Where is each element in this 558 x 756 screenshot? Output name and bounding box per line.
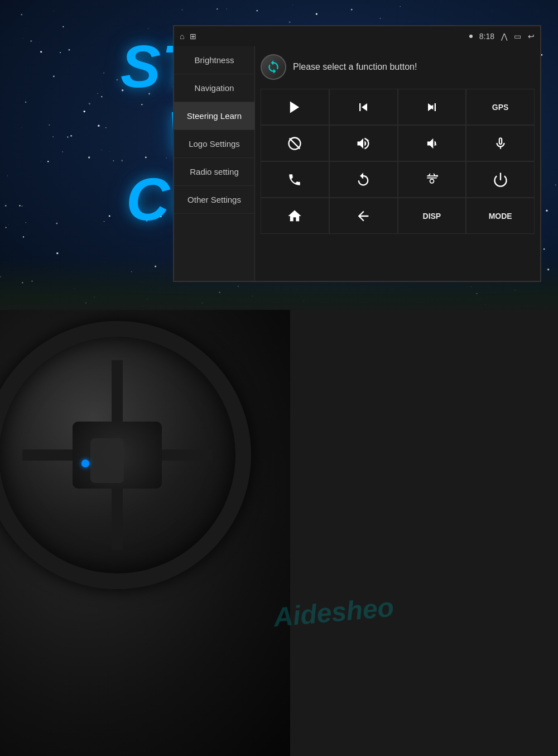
btn-gps[interactable]: GPS: [466, 89, 535, 125]
steering-wheel-hub: [73, 422, 162, 489]
btn-mic[interactable]: [466, 125, 535, 161]
svg-point-5: [436, 175, 438, 177]
btn-power[interactable]: [466, 161, 535, 198]
head-unit-screen: ⌂ ⊞ 8:18 ⋀ ▭ ↩ Brightness Navigation Ste…: [173, 25, 541, 282]
status-left: ⌂ ⊞: [180, 32, 196, 41]
wheel-controls: [90, 438, 124, 483]
btn-play[interactable]: [261, 89, 329, 125]
menu-item-other-settings[interactable]: Other Settings: [174, 186, 254, 214]
menu-item-steering-learn[interactable]: Steering Learn: [174, 102, 254, 130]
svg-line-1: [290, 138, 300, 149]
btn-back-nav[interactable]: [329, 198, 398, 234]
btn-vol-down[interactable]: -: [398, 125, 466, 161]
panel-header: Please select a function button!: [261, 52, 535, 82]
menu-area: Brightness Navigation Steering Learn Log…: [174, 46, 540, 281]
menu-item-radio-setting[interactable]: Radio setting: [174, 158, 254, 186]
menu-item-logo-settings[interactable]: Logo Settings: [174, 130, 254, 158]
btn-prev[interactable]: [329, 89, 398, 125]
btn-fm[interactable]: [398, 161, 466, 198]
btn-disp[interactable]: DISP: [398, 198, 466, 234]
interior-left: [0, 310, 290, 756]
status-right: 8:18 ⋀ ▭ ↩: [469, 32, 535, 41]
apps-icon[interactable]: ⊞: [190, 32, 196, 41]
status-time: 8:18: [479, 32, 494, 41]
btn-home[interactable]: [261, 198, 329, 234]
panel-instruction: Please select a function button!: [293, 62, 417, 72]
left-menu: Brightness Navigation Steering Learn Log…: [174, 46, 255, 281]
right-panel: Please select a function button! GPS: [255, 46, 540, 281]
car-interior-background: [0, 310, 558, 756]
function-buttons-grid: GPS +: [261, 89, 535, 234]
btn-next[interactable]: [398, 89, 466, 125]
btn-phone[interactable]: [261, 161, 329, 198]
screen-icon[interactable]: ▭: [514, 32, 521, 41]
sync-icon[interactable]: [261, 54, 286, 80]
steering-wheel: [0, 321, 251, 589]
svg-text:+: +: [367, 137, 369, 143]
svg-text:-: -: [435, 140, 437, 147]
menu-item-navigation[interactable]: Navigation: [174, 74, 254, 102]
btn-vol-up[interactable]: +: [329, 125, 398, 161]
svg-point-4: [430, 179, 434, 183]
arrows-icon: ⋀: [501, 32, 507, 41]
btn-mode[interactable]: MODE: [466, 198, 535, 234]
signal-dot: [469, 35, 473, 38]
status-bar: ⌂ ⊞ 8:18 ⋀ ▭ ↩: [174, 26, 540, 46]
btn-mute[interactable]: [261, 125, 329, 161]
menu-item-brightness[interactable]: Brightness: [174, 46, 254, 74]
svg-marker-0: [290, 101, 299, 113]
back-icon[interactable]: ↩: [528, 32, 535, 41]
home-icon[interactable]: ⌂: [180, 32, 184, 41]
btn-reverse[interactable]: [329, 161, 398, 198]
